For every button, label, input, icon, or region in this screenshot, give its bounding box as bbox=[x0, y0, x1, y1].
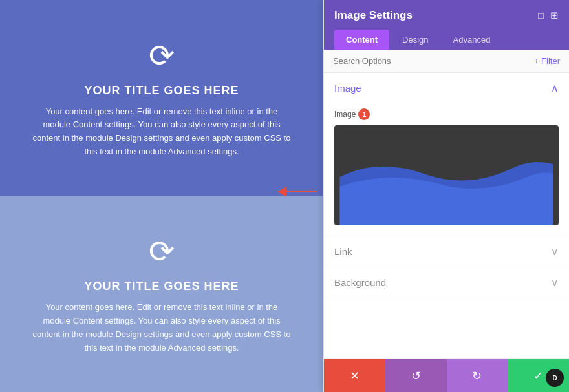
settings-header: Image Settings □ ⊞ Content Design Advanc… bbox=[324, 0, 569, 50]
settings-title-row: Image Settings □ ⊞ bbox=[334, 9, 559, 22]
tab-content[interactable]: Content bbox=[334, 30, 389, 50]
image-section: Image Image 1 bbox=[324, 73, 569, 236]
bottom-toolbar: ✕ ↺ ↻ ✓ bbox=[324, 358, 569, 392]
arrow-indicator bbox=[278, 191, 317, 192]
background-section: Background bbox=[324, 267, 569, 298]
bottom-title: YOUR TITLE GOES HERE bbox=[84, 280, 239, 293]
link-section-header[interactable]: Link bbox=[324, 236, 569, 267]
grid-icon[interactable]: ⊞ bbox=[550, 10, 559, 21]
tab-design[interactable]: Design bbox=[391, 30, 440, 50]
cancel-button[interactable]: ✕ bbox=[324, 359, 385, 392]
background-section-header[interactable]: Background bbox=[324, 267, 569, 298]
expand-icon[interactable]: □ bbox=[538, 10, 544, 21]
bottom-text: Your content goes here. Edit or remove t… bbox=[32, 301, 291, 355]
image-section-content: Image 1 bbox=[324, 103, 569, 236]
filter-button[interactable]: + Filter bbox=[534, 56, 560, 66]
background-section-title: Background bbox=[334, 277, 386, 288]
top-section: ⟳ YOUR TITLE GOES HERE Your content goes… bbox=[0, 0, 323, 196]
left-panel: ⟳ YOUR TITLE GOES HERE Your content goes… bbox=[0, 0, 323, 392]
link-section-title: Link bbox=[334, 246, 352, 257]
link-section: Link bbox=[324, 236, 569, 267]
link-chevron-icon bbox=[551, 245, 559, 258]
redo-button[interactable]: ↻ bbox=[447, 359, 508, 392]
settings-content: Image Image 1 Link bbox=[324, 73, 569, 358]
undo-button[interactable]: ↺ bbox=[385, 359, 447, 392]
image-section-title: Image bbox=[334, 83, 361, 94]
top-text: Your content goes here. Edit or remove t… bbox=[32, 105, 291, 159]
arrow-shape bbox=[278, 191, 317, 192]
settings-title: Image Settings bbox=[334, 9, 413, 22]
refresh-icon-2: ⟳ bbox=[149, 233, 175, 269]
image-preview-svg bbox=[334, 125, 559, 225]
search-input[interactable] bbox=[333, 56, 534, 66]
image-preview[interactable] bbox=[334, 125, 559, 225]
search-bar: + Filter bbox=[324, 50, 569, 73]
bottom-section: ⟳ YOUR TITLE GOES HERE Your content goes… bbox=[0, 196, 323, 393]
settings-panel: Image Settings □ ⊞ Content Design Advanc… bbox=[323, 0, 569, 392]
top-title: YOUR TITLE GOES HERE bbox=[84, 84, 239, 98]
image-section-header[interactable]: Image bbox=[324, 73, 569, 103]
image-number-badge: 1 bbox=[358, 108, 370, 120]
background-chevron-icon bbox=[551, 276, 559, 289]
image-label-row: Image 1 bbox=[334, 108, 559, 120]
refresh-icon: ⟳ bbox=[149, 37, 175, 74]
image-field-label: Image bbox=[334, 110, 356, 119]
tabs-row: Content Design Advanced bbox=[334, 30, 559, 50]
image-chevron-icon bbox=[551, 82, 559, 94]
divi-badge: D bbox=[546, 369, 564, 387]
header-icons: □ ⊞ bbox=[538, 10, 559, 21]
tab-advanced[interactable]: Advanced bbox=[442, 30, 502, 50]
